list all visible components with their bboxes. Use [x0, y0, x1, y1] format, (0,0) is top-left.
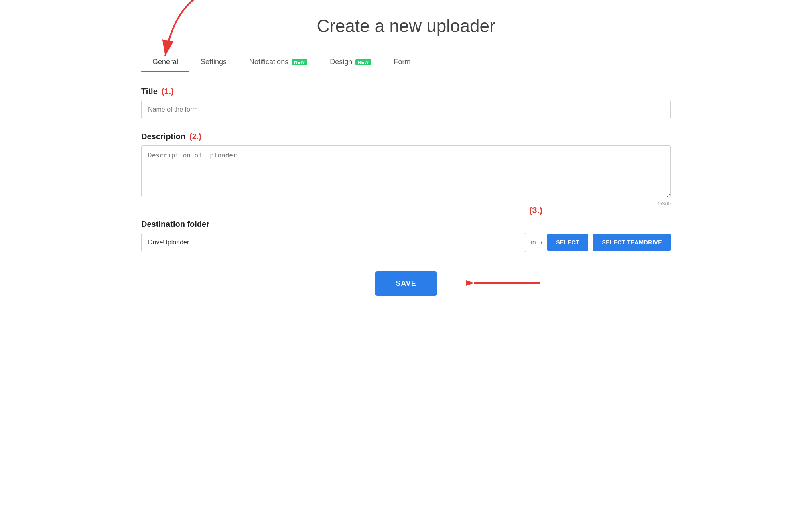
destination-label: Destination folder	[141, 220, 209, 229]
destination-row: in / SELECT SELECT TEAMDRIVE	[141, 233, 671, 252]
destination-label-row: Destination folder	[141, 220, 671, 229]
description-label: Description	[141, 132, 185, 141]
tab-design[interactable]: Design NEW	[319, 52, 382, 72]
tab-notifications-label: Notifications	[249, 58, 288, 66]
tab-general-label: General	[152, 58, 178, 66]
select-button[interactable]: SELECT	[547, 234, 588, 251]
tab-settings-label: Settings	[201, 58, 227, 66]
notifications-new-badge: NEW	[292, 59, 307, 65]
description-number: (2.)	[189, 132, 201, 141]
save-area: SAVE	[141, 271, 671, 296]
save-button[interactable]: SAVE	[375, 271, 437, 296]
title-number: (1.)	[162, 87, 174, 96]
page-title: Create a new uploader	[141, 16, 671, 36]
save-arrow-annotation	[466, 273, 542, 295]
title-label: Title	[141, 87, 158, 96]
char-count: 0/360	[141, 201, 671, 207]
description-label-row: Description (2.)	[141, 132, 671, 141]
in-label: in	[531, 239, 536, 246]
tab-settings[interactable]: Settings	[189, 52, 238, 72]
design-new-badge: NEW	[355, 59, 371, 65]
select-teamdrive-button[interactable]: SELECT TEAMDRIVE	[593, 234, 671, 251]
title-field-group: Title (1.)	[141, 87, 671, 119]
tab-notifications[interactable]: Notifications NEW	[238, 52, 319, 72]
destination-field-group: Destination folder in / SELECT SELECT TE…	[141, 220, 671, 252]
title-label-row: Title (1.)	[141, 87, 671, 96]
tab-form-label: Form	[394, 58, 411, 66]
tab-form[interactable]: Form	[383, 52, 422, 72]
form-content: Title (1.) Description (2.) 0/360 Destin…	[141, 72, 671, 310]
description-field-group: Description (2.) 0/360	[141, 132, 671, 207]
description-textarea[interactable]	[141, 145, 671, 197]
tab-general[interactable]: General	[141, 52, 189, 72]
number-3-annotation: (3.)	[529, 205, 542, 216]
destination-input[interactable]	[141, 233, 526, 252]
tabs-nav: General Settings Notifications NEW Desig…	[141, 52, 671, 72]
title-input[interactable]	[141, 100, 671, 119]
tab-design-label: Design	[330, 58, 352, 66]
slash-label: /	[541, 239, 542, 246]
